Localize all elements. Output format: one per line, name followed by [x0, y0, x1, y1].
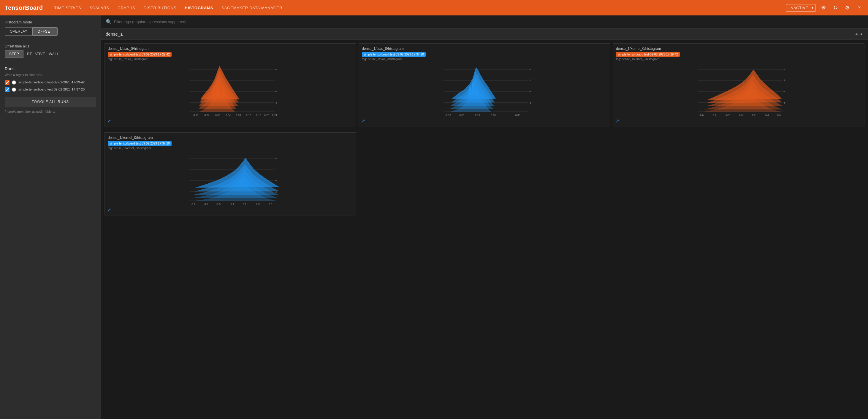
svg-text:0.6: 0.6: [777, 114, 781, 117]
theme-icon[interactable]: ☀: [819, 4, 828, 12]
svg-text:-0.08: -0.08: [193, 114, 198, 117]
chart1-run-badge: simple-tensorboard-test-09-02-2023-17-29…: [108, 52, 172, 57]
svg-text:0.3: 0.3: [256, 203, 260, 206]
chart3-title: dense_1/kernel_0/histogram: [616, 46, 861, 51]
chart2-tag: tag: dense_1/bias_0/histogram: [362, 58, 607, 61]
time-wall-btn[interactable]: WALL: [49, 52, 59, 56]
section-count: 4 ▲: [856, 32, 863, 36]
mode-buttons: OVERLAY OFFSET: [5, 27, 96, 36]
svg-text:-0.6: -0.6: [700, 114, 704, 117]
svg-text:0.12: 0.12: [246, 114, 251, 117]
chart2-run-badge: simple-tensorboard-test-09-02-2023-17-37…: [362, 52, 426, 57]
chart1-expand-icon[interactable]: ⤢: [107, 118, 111, 124]
svg-text:0.2: 0.2: [752, 114, 756, 117]
filter-search-icon: 🔍: [106, 19, 112, 25]
svg-text:3: 3: [529, 101, 531, 104]
chart3-tag: tag: dense_1/kernel_0/histogram: [616, 58, 861, 61]
filter-bar: 🔍: [101, 15, 868, 29]
divider2: [5, 62, 96, 62]
nav-graphs[interactable]: GRAPHS: [116, 4, 137, 11]
svg-text:–: –: [783, 90, 785, 93]
svg-text:–: –: [275, 179, 277, 182]
chart1-tag: tag: dense_1/bias_0/histogram: [108, 58, 353, 61]
chart2-expand-icon[interactable]: ⤢: [361, 118, 365, 124]
charts-grid-top: dense_1/bias_0/histogram simple-tensorbo…: [101, 40, 868, 130]
time-step-btn[interactable]: STEP: [5, 50, 24, 58]
chart3-expand-icon[interactable]: ⤢: [615, 118, 619, 124]
run-item-1: simple-tensorboard-test-09-02-2023-17-29…: [5, 80, 96, 85]
folder-path: /home/sagemaker-user/s3_folders/: [5, 110, 96, 114]
chart4-title: dense_1/kernel_0/histogram: [108, 136, 353, 140]
svg-text:0.20: 0.20: [264, 114, 269, 117]
status-select[interactable]: INACTIVE ACTIVE: [786, 4, 816, 11]
svg-text:–: –: [783, 68, 785, 71]
svg-text:1: 1: [275, 168, 277, 171]
svg-text:-0.7: -0.7: [191, 203, 196, 206]
app-header: TensorBoard TIME SERIES SCALARS GRAPHS D…: [0, 0, 868, 15]
time-relative-btn[interactable]: RELATIVE: [27, 52, 45, 56]
chart-card-4: dense_1/kernel_0/histogram simple-tensor…: [104, 132, 356, 216]
svg-marker-9: [200, 66, 240, 99]
chart-card-1: dense_1/bias_0/histogram simple-tensorbo…: [104, 43, 356, 126]
chart2-svg: -0.10 0.00 0.10 0.20 0.30 – 1 – 3: [362, 63, 607, 117]
section-name: dense_1: [106, 31, 123, 36]
svg-text:3: 3: [275, 190, 277, 193]
regex-hint: Write a regex to filter runs: [5, 73, 96, 76]
run2-checkbox[interactable]: [5, 87, 9, 92]
svg-text:1: 1: [529, 78, 531, 82]
nav-scalars[interactable]: SCALARS: [88, 4, 111, 11]
chart-card-3: dense_1/kernel_0/histogram simple-tensor…: [613, 43, 864, 126]
svg-text:0.10: 0.10: [475, 114, 480, 117]
chart4-tag: tag: dense_1/kernel_0/histogram: [108, 147, 353, 150]
chart3-svg: -0.6 -0.4 -0.2 0.0 0.2 0.4 0.6 – 1 – 3: [616, 63, 861, 117]
svg-text:–: –: [275, 90, 277, 93]
svg-text:-0.04: -0.04: [204, 114, 210, 117]
chart-card-2: dense_1/bias_0/histogram simple-tensorbo…: [359, 43, 610, 126]
svg-text:0.16: 0.16: [256, 114, 261, 117]
svg-text:0.1: 0.1: [243, 203, 246, 206]
chart4-expand-icon[interactable]: ⤢: [107, 207, 111, 213]
svg-text:0.24: 0.24: [272, 114, 277, 117]
mode-offset-btn[interactable]: OFFSET: [32, 27, 57, 36]
svg-text:–: –: [275, 157, 277, 160]
svg-text:3: 3: [783, 101, 785, 104]
nav-time-series[interactable]: TIME SERIES: [52, 4, 83, 11]
chart4-svg: -0.7 -0.5 -0.3 -0.1 0.1 0.3 0.5 – 1 – 3: [108, 152, 353, 206]
svg-text:–: –: [275, 68, 277, 71]
nav-distributions[interactable]: DISTRIBUTIONS: [142, 4, 178, 11]
svg-text:1: 1: [275, 78, 277, 82]
svg-text:0.08: 0.08: [236, 114, 241, 117]
svg-text:-0.3: -0.3: [216, 203, 221, 206]
svg-text:0.30: 0.30: [515, 114, 520, 117]
chart4-run-badge: simple-tensorboard-test-09-02-2023-17-37…: [108, 141, 172, 146]
collapse-icon[interactable]: ▲: [859, 32, 863, 36]
mode-overlay-btn[interactable]: OVERLAY: [5, 27, 32, 36]
main-content: 🔍 dense_1 4 ▲ dense_1/bias_0/histogram s…: [101, 15, 868, 419]
time-axis-buttons: STEP RELATIVE WALL: [5, 50, 96, 58]
nav-histograms[interactable]: HISTOGRAMS: [183, 4, 215, 11]
run2-radio[interactable]: [12, 88, 16, 92]
svg-text:0.20: 0.20: [491, 114, 496, 117]
sidebar: Histogram mode OVERLAY OFFSET Offset tim…: [0, 15, 101, 419]
help-icon[interactable]: ?: [855, 4, 863, 12]
svg-text:3: 3: [275, 101, 277, 104]
run1-checkbox[interactable]: [5, 80, 9, 85]
charts-grid-bottom: dense_1/kernel_0/histogram simple-tensor…: [101, 130, 868, 219]
run1-radio[interactable]: [12, 80, 16, 85]
svg-text:-0.2: -0.2: [725, 114, 730, 117]
chart3-area: -0.6 -0.4 -0.2 0.0 0.2 0.4 0.6 – 1 – 3: [616, 63, 861, 117]
svg-text:-0.5: -0.5: [204, 203, 208, 206]
runs-title: Runs: [5, 66, 96, 71]
run2-label: simple-tensorboard-test-09-02-2023-17-37…: [19, 87, 85, 92]
toggle-all-runs-button[interactable]: TOGGLE ALL RUNS: [5, 97, 96, 107]
nav-sagemaker[interactable]: SAGEMAKER DATA MANAGER: [220, 4, 284, 11]
settings-icon[interactable]: ⚙: [843, 4, 851, 12]
svg-text:0.00: 0.00: [459, 114, 464, 117]
svg-text:–: –: [529, 90, 531, 93]
chart1-title: dense_1/bias_0/histogram: [108, 46, 353, 51]
svg-text:0.04: 0.04: [226, 114, 231, 117]
chart2-title: dense_1/bias_0/histogram: [362, 46, 607, 51]
refresh-icon[interactable]: ↻: [831, 4, 839, 12]
filter-input[interactable]: [114, 20, 863, 24]
app-layout: Histogram mode OVERLAY OFFSET Offset tim…: [0, 15, 868, 419]
